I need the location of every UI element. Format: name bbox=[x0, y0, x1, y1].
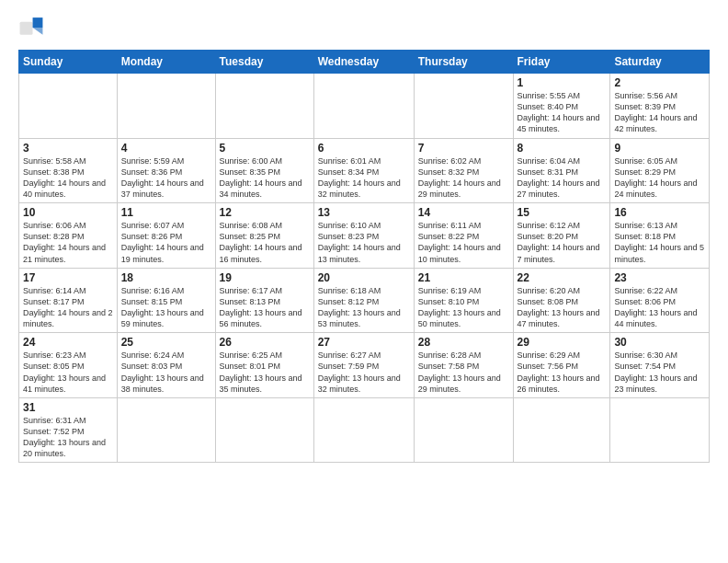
day-number: 16 bbox=[614, 206, 705, 219]
day-info: Sunrise: 5:59 AM Sunset: 8:36 PM Dayligh… bbox=[121, 155, 211, 201]
day-info: Sunrise: 6:00 AM Sunset: 8:35 PM Dayligh… bbox=[220, 155, 310, 201]
day-info: Sunrise: 6:16 AM Sunset: 8:15 PM Dayligh… bbox=[121, 285, 211, 330]
day-number: 25 bbox=[121, 336, 211, 349]
day-number: 26 bbox=[220, 336, 310, 349]
calendar-cell: 22Sunrise: 6:20 AM Sunset: 8:08 PM Dayli… bbox=[513, 268, 610, 333]
calendar-cell: 8Sunrise: 6:04 AM Sunset: 8:31 PM Daylig… bbox=[513, 138, 610, 203]
day-number: 22 bbox=[518, 271, 607, 284]
day-number: 5 bbox=[220, 142, 310, 155]
day-number: 24 bbox=[23, 336, 113, 349]
calendar-week-3: 17Sunrise: 6:14 AM Sunset: 8:17 PM Dayli… bbox=[19, 268, 710, 333]
calendar-cell: 7Sunrise: 6:02 AM Sunset: 8:32 PM Daylig… bbox=[414, 138, 513, 203]
day-info: Sunrise: 6:12 AM Sunset: 8:20 PM Dayligh… bbox=[518, 220, 607, 265]
col-header-tuesday: Tuesday bbox=[215, 51, 313, 74]
day-number: 30 bbox=[614, 336, 705, 349]
calendar-cell bbox=[313, 74, 414, 139]
day-info: Sunrise: 6:14 AM Sunset: 8:17 PM Dayligh… bbox=[23, 285, 113, 330]
calendar-cell: 18Sunrise: 6:16 AM Sunset: 8:15 PM Dayli… bbox=[117, 268, 215, 333]
calendar-week-5: 31Sunrise: 6:31 AM Sunset: 7:52 PM Dayli… bbox=[19, 397, 710, 463]
calendar-page: SundayMondayTuesdayWednesdayThursdayFrid… bbox=[0, 0, 728, 563]
calendar-cell bbox=[117, 74, 215, 139]
day-info: Sunrise: 6:07 AM Sunset: 8:26 PM Dayligh… bbox=[121, 220, 211, 265]
calendar-cell: 19Sunrise: 6:17 AM Sunset: 8:13 PM Dayli… bbox=[215, 268, 313, 333]
col-header-monday: Monday bbox=[117, 51, 215, 74]
col-header-wednesday: Wednesday bbox=[313, 51, 414, 74]
calendar-cell: 13Sunrise: 6:10 AM Sunset: 8:23 PM Dayli… bbox=[313, 203, 414, 269]
calendar-cell: 26Sunrise: 6:25 AM Sunset: 8:01 PM Dayli… bbox=[215, 333, 313, 398]
calendar-cell: 1Sunrise: 5:55 AM Sunset: 8:40 PM Daylig… bbox=[513, 74, 610, 139]
day-info: Sunrise: 6:27 AM Sunset: 7:59 PM Dayligh… bbox=[318, 350, 410, 395]
calendar-cell: 5Sunrise: 6:00 AM Sunset: 8:35 PM Daylig… bbox=[215, 138, 313, 203]
day-info: Sunrise: 6:23 AM Sunset: 8:05 PM Dayligh… bbox=[23, 350, 113, 395]
calendar-cell: 27Sunrise: 6:27 AM Sunset: 7:59 PM Dayli… bbox=[313, 333, 414, 398]
day-info: Sunrise: 6:31 AM Sunset: 7:52 PM Dayligh… bbox=[23, 415, 113, 460]
logo bbox=[18, 15, 48, 40]
calendar-cell: 30Sunrise: 6:30 AM Sunset: 7:54 PM Dayli… bbox=[610, 333, 710, 398]
day-number: 1 bbox=[518, 76, 607, 89]
calendar-cell bbox=[513, 397, 610, 463]
calendar-cell: 14Sunrise: 6:11 AM Sunset: 8:22 PM Dayli… bbox=[414, 203, 513, 269]
day-number: 12 bbox=[220, 206, 310, 219]
calendar-cell: 28Sunrise: 6:28 AM Sunset: 7:58 PM Dayli… bbox=[414, 333, 513, 398]
calendar-cell: 20Sunrise: 6:18 AM Sunset: 8:12 PM Dayli… bbox=[313, 268, 414, 333]
calendar-cell: 16Sunrise: 6:13 AM Sunset: 8:18 PM Dayli… bbox=[610, 203, 710, 269]
calendar-header-row: SundayMondayTuesdayWednesdayThursdayFrid… bbox=[19, 51, 710, 74]
day-number: 9 bbox=[614, 142, 705, 155]
day-info: Sunrise: 6:22 AM Sunset: 8:06 PM Dayligh… bbox=[614, 285, 705, 330]
calendar-cell: 6Sunrise: 6:01 AM Sunset: 8:34 PM Daylig… bbox=[313, 138, 414, 203]
day-info: Sunrise: 6:24 AM Sunset: 8:03 PM Dayligh… bbox=[121, 350, 211, 395]
calendar-week-4: 24Sunrise: 6:23 AM Sunset: 8:05 PM Dayli… bbox=[19, 333, 710, 398]
svg-rect-0 bbox=[20, 22, 33, 35]
calendar-cell: 2Sunrise: 5:56 AM Sunset: 8:39 PM Daylig… bbox=[610, 74, 710, 139]
day-info: Sunrise: 6:30 AM Sunset: 7:54 PM Dayligh… bbox=[614, 350, 705, 395]
day-number: 19 bbox=[220, 271, 310, 284]
day-number: 7 bbox=[418, 142, 509, 155]
calendar-table: SundayMondayTuesdayWednesdayThursdayFrid… bbox=[18, 50, 710, 463]
day-info: Sunrise: 6:10 AM Sunset: 8:23 PM Dayligh… bbox=[318, 220, 410, 265]
day-info: Sunrise: 5:58 AM Sunset: 8:38 PM Dayligh… bbox=[23, 155, 113, 201]
calendar-cell: 23Sunrise: 6:22 AM Sunset: 8:06 PM Dayli… bbox=[610, 268, 710, 333]
day-number: 27 bbox=[318, 336, 410, 349]
day-number: 28 bbox=[418, 336, 509, 349]
day-number: 17 bbox=[23, 271, 113, 284]
day-info: Sunrise: 6:05 AM Sunset: 8:29 PM Dayligh… bbox=[614, 155, 705, 201]
day-number: 21 bbox=[418, 271, 509, 284]
day-number: 8 bbox=[518, 142, 607, 155]
day-number: 3 bbox=[23, 142, 113, 155]
day-info: Sunrise: 6:29 AM Sunset: 7:56 PM Dayligh… bbox=[518, 350, 607, 395]
day-number: 29 bbox=[518, 336, 607, 349]
day-info: Sunrise: 6:08 AM Sunset: 8:25 PM Dayligh… bbox=[220, 220, 310, 265]
day-number: 2 bbox=[614, 76, 705, 89]
day-number: 20 bbox=[318, 271, 410, 284]
day-number: 18 bbox=[121, 271, 211, 284]
calendar-cell: 25Sunrise: 6:24 AM Sunset: 8:03 PM Dayli… bbox=[117, 333, 215, 398]
calendar-cell bbox=[215, 397, 313, 463]
calendar-cell bbox=[414, 397, 513, 463]
calendar-cell: 9Sunrise: 6:05 AM Sunset: 8:29 PM Daylig… bbox=[610, 138, 710, 203]
calendar-cell bbox=[313, 397, 414, 463]
day-info: Sunrise: 6:04 AM Sunset: 8:31 PM Dayligh… bbox=[518, 155, 607, 201]
calendar-cell: 3Sunrise: 5:58 AM Sunset: 8:38 PM Daylig… bbox=[19, 138, 118, 203]
svg-marker-2 bbox=[33, 28, 43, 35]
calendar-cell bbox=[414, 74, 513, 139]
calendar-cell: 29Sunrise: 6:29 AM Sunset: 7:56 PM Dayli… bbox=[513, 333, 610, 398]
calendar-cell bbox=[19, 74, 118, 139]
col-header-saturday: Saturday bbox=[610, 51, 710, 74]
day-info: Sunrise: 6:13 AM Sunset: 8:18 PM Dayligh… bbox=[614, 220, 705, 265]
day-info: Sunrise: 6:25 AM Sunset: 8:01 PM Dayligh… bbox=[220, 350, 310, 395]
day-number: 4 bbox=[121, 142, 211, 155]
calendar-cell: 10Sunrise: 6:06 AM Sunset: 8:28 PM Dayli… bbox=[19, 203, 118, 269]
day-number: 13 bbox=[318, 206, 410, 219]
day-number: 15 bbox=[518, 206, 607, 219]
day-info: Sunrise: 6:19 AM Sunset: 8:10 PM Dayligh… bbox=[418, 285, 509, 330]
day-info: Sunrise: 6:17 AM Sunset: 8:13 PM Dayligh… bbox=[220, 285, 310, 330]
calendar-week-2: 10Sunrise: 6:06 AM Sunset: 8:28 PM Dayli… bbox=[19, 203, 710, 269]
calendar-cell bbox=[117, 397, 215, 463]
day-info: Sunrise: 5:56 AM Sunset: 8:39 PM Dayligh… bbox=[614, 90, 705, 135]
day-info: Sunrise: 6:28 AM Sunset: 7:58 PM Dayligh… bbox=[418, 350, 509, 395]
day-number: 31 bbox=[23, 401, 113, 414]
calendar-cell: 17Sunrise: 6:14 AM Sunset: 8:17 PM Dayli… bbox=[19, 268, 118, 333]
calendar-cell bbox=[610, 397, 710, 463]
day-info: Sunrise: 5:55 AM Sunset: 8:40 PM Dayligh… bbox=[518, 90, 607, 135]
col-header-friday: Friday bbox=[513, 51, 610, 74]
